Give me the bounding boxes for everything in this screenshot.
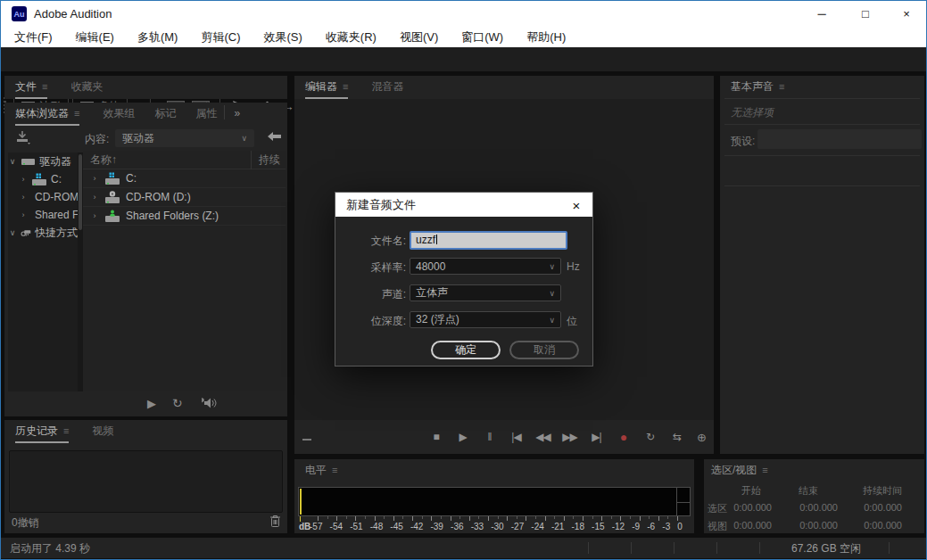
trash-icon[interactable] <box>269 515 281 528</box>
tab-media-browser[interactable]: 媒体浏览器≡ <box>15 103 79 126</box>
tab-markers[interactable]: 标记 <box>154 103 176 126</box>
list-item-c-drive[interactable]: › C: <box>83 169 286 188</box>
bit-depth-select[interactable]: 32 (浮点) ∨ <box>410 311 561 328</box>
tab-properties[interactable]: 属性 <box>195 103 217 126</box>
tab-overflow-chevron[interactable]: » <box>234 103 240 126</box>
maximize-button[interactable]: □ <box>846 1 885 27</box>
expander-closed-icon[interactable]: › <box>90 193 99 202</box>
loop-preview-icon[interactable]: ↻ <box>172 396 183 410</box>
transport-play-button[interactable]: ▶ <box>453 431 472 443</box>
tab-video[interactable]: 视频 <box>92 420 113 443</box>
menu-item[interactable]: 帮助(H) <box>515 29 577 45</box>
view-duration-value[interactable]: 0:00.000 <box>856 520 902 531</box>
tab-editor[interactable]: 编辑器≡ <box>305 76 348 99</box>
tree-item-shortcuts[interactable]: ∨ 快捷方式 <box>8 224 78 242</box>
tree-item-shared-folders[interactable]: › Shared Folders (Z:) <box>8 206 78 224</box>
close-button[interactable]: × <box>887 1 926 27</box>
transport-stop-button[interactable]: ■ <box>426 431 445 443</box>
selection-start-value[interactable]: 0:00.000 <box>731 502 772 513</box>
menu-item[interactable]: 文件(F) <box>3 29 64 45</box>
transport-skip-to-end-button[interactable]: ▶| <box>587 431 606 443</box>
status-separator <box>588 542 589 554</box>
expander-closed-icon[interactable]: › <box>19 210 28 219</box>
preset-input[interactable] <box>757 129 922 149</box>
shortcuts-key-icon <box>21 227 31 239</box>
panel-menu-icon[interactable]: ≡ <box>343 81 348 92</box>
panel-menu-icon[interactable]: ≡ <box>42 81 47 92</box>
selection-end-value[interactable]: 0:00.000 <box>795 502 838 513</box>
expander-closed-icon[interactable]: › <box>90 211 99 220</box>
column-header-end: 结束 <box>786 484 831 498</box>
db-scale-tick <box>658 516 659 521</box>
content-dropdown[interactable]: 驱动器 ∨ <box>115 129 254 147</box>
list-item-cd-rom[interactable]: › CD-ROM (D:) <box>83 188 286 207</box>
chevron-down-icon: ∨ <box>549 316 555 325</box>
dialog-title: 新建音频文件 <box>346 197 416 213</box>
menu-item[interactable]: 多轨(M) <box>126 29 190 45</box>
db-scale-tick <box>592 516 593 519</box>
view-start-value[interactable]: 0:00.000 <box>731 520 772 531</box>
menu-item[interactable]: 剪辑(C) <box>189 29 252 45</box>
transport-skip-to-start-button[interactable]: |◀ <box>507 431 526 443</box>
expander-closed-icon[interactable]: › <box>19 175 28 184</box>
ok-button[interactable]: 确定 <box>431 341 501 359</box>
panel-menu-icon[interactable]: ≡ <box>762 465 767 475</box>
column-header-duration[interactable]: 持续 <box>251 151 286 169</box>
tab-effects-rack[interactable]: 效果组 <box>103 103 135 126</box>
sample-rate-select[interactable]: 48000 ∨ <box>410 258 561 275</box>
db-scale-tick <box>422 516 423 519</box>
transport-rewind-button[interactable]: ◀◀ <box>534 431 552 443</box>
channels-select[interactable]: 立体声 ∨ <box>410 284 561 301</box>
files-panel: 文件≡ 收藏夹 <box>4 76 287 99</box>
db-scale-tick <box>488 516 489 521</box>
tab-mixer[interactable]: 混音器 <box>371 76 403 99</box>
tab-files[interactable]: 文件≡ <box>15 76 47 99</box>
expander-closed-icon[interactable]: › <box>19 193 28 202</box>
shared-drive-icon <box>104 210 120 223</box>
panel-menu-icon[interactable]: ≡ <box>63 425 69 436</box>
menu-item[interactable]: 收藏夹(R) <box>314 29 388 45</box>
scrollbar-thumb[interactable] <box>79 154 82 230</box>
vertical-zoom-icon[interactable]: ⊕ <box>697 431 707 444</box>
import-file-icon[interactable] <box>15 130 31 144</box>
panel-menu-icon[interactable]: ≡ <box>332 465 337 475</box>
expander-open-icon[interactable]: ∨ <box>8 157 17 166</box>
back-arrow-icon[interactable] <box>267 131 282 142</box>
transport-loop-playback-button[interactable]: ↻ <box>641 431 659 443</box>
transport-record-button[interactable]: ● <box>614 430 633 444</box>
menu-item[interactable]: 效果(S) <box>252 29 314 45</box>
dialog-close-button[interactable]: × <box>568 197 584 213</box>
channels-value: 立体声 <box>416 285 448 301</box>
db-scale-tick <box>498 516 499 519</box>
minimize-button[interactable]: ─ <box>802 1 841 27</box>
tree-item-drives[interactable]: ∨ 驱动器 <box>8 152 78 170</box>
column-header-name[interactable]: 名称↑ <box>83 152 117 168</box>
transport-pause-button[interactable]: ‖ <box>480 431 499 443</box>
db-scale-label: -6 <box>647 522 655 531</box>
menu-item[interactable]: 视图(V) <box>388 29 450 45</box>
tree-item-c-drive[interactable]: › C: <box>8 170 78 188</box>
tree-item-cd-rom[interactable]: › CD-ROM (D:) <box>8 188 78 206</box>
menu-item[interactable]: 编辑(E) <box>64 29 126 45</box>
view-end-value[interactable]: 0:00.000 <box>795 520 838 531</box>
sort-ascending-icon: ↑ <box>112 153 117 166</box>
filename-value: uzzf <box>416 234 435 246</box>
expander-closed-icon[interactable]: › <box>90 174 99 183</box>
cancel-button[interactable]: 取消 <box>509 341 579 359</box>
panel-menu-icon[interactable]: ≡ <box>74 108 79 119</box>
auto-play-speaker-icon[interactable] <box>199 398 217 409</box>
list-item-shared-folders[interactable]: › Shared Folders (Z:) <box>83 207 286 226</box>
menu-item[interactable]: 窗口(W) <box>450 29 515 45</box>
tab-favorites[interactable]: 收藏夹 <box>70 76 103 99</box>
expander-open-icon[interactable]: ∨ <box>8 228 17 237</box>
transport-skip-selection-button[interactable]: ⇆ <box>667 431 686 443</box>
preview-play-icon[interactable]: ▶ <box>147 397 156 410</box>
transport-fast-forward-button[interactable]: ▶▶ <box>560 431 579 443</box>
filename-input[interactable]: uzzf <box>410 231 567 250</box>
selection-duration-value[interactable]: 0:00.000 <box>856 502 902 513</box>
panel-menu-icon[interactable]: ≡ <box>779 81 784 92</box>
divider <box>724 124 920 125</box>
db-scale-tick <box>640 516 641 521</box>
tab-history[interactable]: 历史记录≡ <box>15 420 69 443</box>
db-scale-tick <box>535 516 536 519</box>
